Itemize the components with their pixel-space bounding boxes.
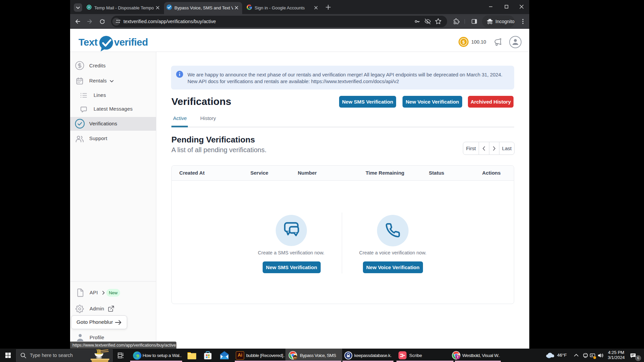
svg-text:T: T [457,355,459,359]
svg-text:$: $ [462,40,465,45]
